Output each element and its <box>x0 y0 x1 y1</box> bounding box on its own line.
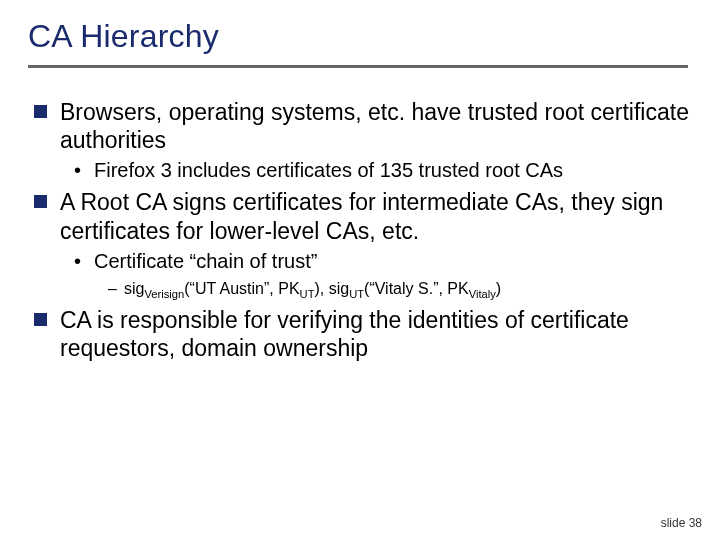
sig-subscript: UT <box>349 288 364 300</box>
bullet-text: Browsers, operating systems, etc. have t… <box>60 98 692 154</box>
slide-number: slide 38 <box>661 516 702 530</box>
sig-text: sig <box>124 280 144 297</box>
title-rule <box>28 65 688 68</box>
bullet-text: A Root CA signs certificates for interme… <box>60 188 692 244</box>
dot-bullet-icon: • <box>74 249 94 273</box>
sig-text: (“UT Austin”, PK <box>184 280 299 297</box>
bullet-text: Firefox 3 includes certificates of 135 t… <box>94 158 563 182</box>
dash-bullet-icon: – <box>108 279 124 300</box>
square-bullet-icon <box>34 306 60 326</box>
bullet-level1: A Root CA signs certificates for interme… <box>34 188 692 244</box>
slide-content: Browsers, operating systems, etc. have t… <box>28 98 692 362</box>
sig-subscript: UT <box>300 288 315 300</box>
sig-subscript: Verisign <box>144 288 184 300</box>
sig-text: ), sig <box>314 280 349 297</box>
dot-bullet-icon: • <box>74 158 94 182</box>
bullet-level1: CA is responsible for verifying the iden… <box>34 306 692 362</box>
sig-subscript: Vitaly <box>469 288 496 300</box>
bullet-level2: • Firefox 3 includes certificates of 135… <box>74 158 692 182</box>
bullet-text: sigVerisign(“UT Austin”, PKUT), sigUT(“V… <box>124 279 501 302</box>
sig-text: ) <box>496 280 501 297</box>
square-bullet-icon <box>34 188 60 208</box>
slide-title: CA Hierarchy <box>28 18 692 61</box>
bullet-level3: – sigVerisign(“UT Austin”, PKUT), sigUT(… <box>108 279 692 302</box>
bullet-level1: Browsers, operating systems, etc. have t… <box>34 98 692 154</box>
bullet-text: Certificate “chain of trust” <box>94 249 317 273</box>
square-bullet-icon <box>34 98 60 118</box>
sig-text: (“Vitaly S.”, PK <box>364 280 469 297</box>
bullet-text: CA is responsible for verifying the iden… <box>60 306 692 362</box>
slide: CA Hierarchy Browsers, operating systems… <box>0 0 720 540</box>
bullet-level2: • Certificate “chain of trust” <box>74 249 692 273</box>
